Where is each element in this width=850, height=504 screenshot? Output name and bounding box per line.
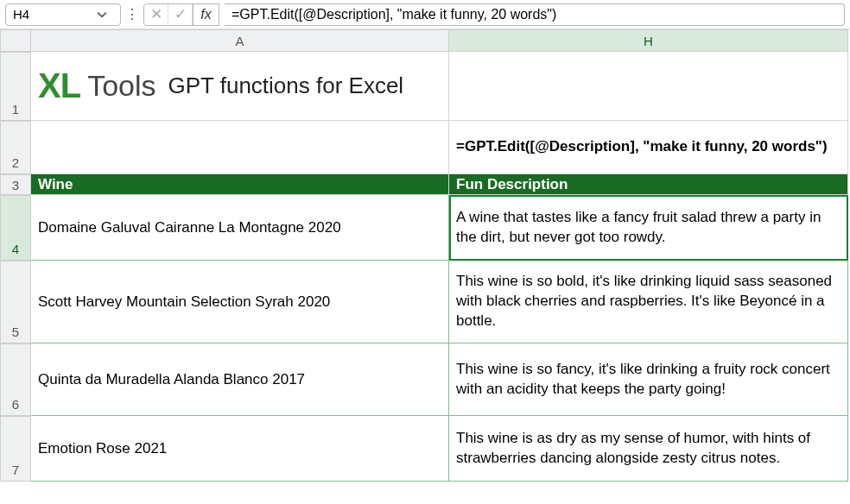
name-box[interactable] (5, 3, 121, 26)
row-header-2[interactable]: 2 (0, 121, 31, 174)
logo-tools-text: Tools (87, 69, 155, 103)
logo-subtitle: GPT functions for Excel (168, 72, 404, 99)
name-box-input[interactable] (6, 7, 92, 22)
cell-A4[interactable]: Domaine Galuval Cairanne La Montagne 202… (31, 195, 449, 261)
formula-bar: ⋮ ✕ ✓ fx (0, 0, 850, 29)
cancel-formula-button[interactable]: ✕ (144, 4, 168, 25)
cell-H6[interactable]: This wine is so fancy, it's like drinkin… (449, 343, 848, 416)
name-box-dropdown-icon[interactable] (92, 9, 111, 20)
row-header-5[interactable]: 5 (0, 261, 31, 343)
cell-A5[interactable]: Scott Harvey Mountain Selection Syrah 20… (31, 261, 449, 343)
formula-input[interactable] (225, 3, 845, 26)
row-header-7[interactable]: 7 (0, 416, 31, 482)
row-header-1[interactable]: 1 (0, 52, 31, 121)
fx-label[interactable]: fx (193, 3, 219, 26)
row-header-3[interactable]: 3 (0, 174, 31, 195)
cell-A7[interactable]: Emotion Rose 2021 (31, 416, 449, 482)
cell-H1[interactable] (449, 52, 848, 121)
xltools-logo: XLTools GPT functions for Excel (38, 66, 403, 105)
table-header-wine[interactable]: Wine (31, 174, 449, 195)
formula-controls: ✕ ✓ fx (143, 3, 219, 26)
cell-H4[interactable]: A wine that tastes like a fancy fruit sa… (449, 195, 848, 261)
col-header-A[interactable]: A (31, 29, 449, 52)
cell-H5[interactable]: This wine is so bold, it's like drinking… (449, 261, 848, 343)
logo-xl-text: XL (38, 66, 80, 105)
table-header-desc[interactable]: Fun Description (449, 174, 848, 195)
row-header-6[interactable]: 6 (0, 343, 31, 416)
row-header-4[interactable]: 4 (0, 195, 31, 261)
cell-H2[interactable]: =GPT.Edit([@Description], "make it funny… (449, 121, 848, 174)
cell-A1[interactable]: XLTools GPT functions for Excel (31, 52, 449, 121)
spreadsheet-grid: A H 1 XLTools GPT functions for Excel 2 … (0, 29, 850, 482)
cell-H7[interactable]: This wine is as dry as my sense of humor… (449, 416, 848, 482)
select-all-corner[interactable] (0, 29, 31, 52)
col-header-H[interactable]: H (449, 29, 848, 52)
cell-A2[interactable] (31, 121, 449, 174)
confirm-formula-button[interactable]: ✓ (168, 4, 193, 25)
cell-A6[interactable]: Quinta da Muradella Alanda Blanco 2017 (31, 343, 449, 416)
vertical-dots-icon[interactable]: ⋮ (126, 6, 138, 22)
